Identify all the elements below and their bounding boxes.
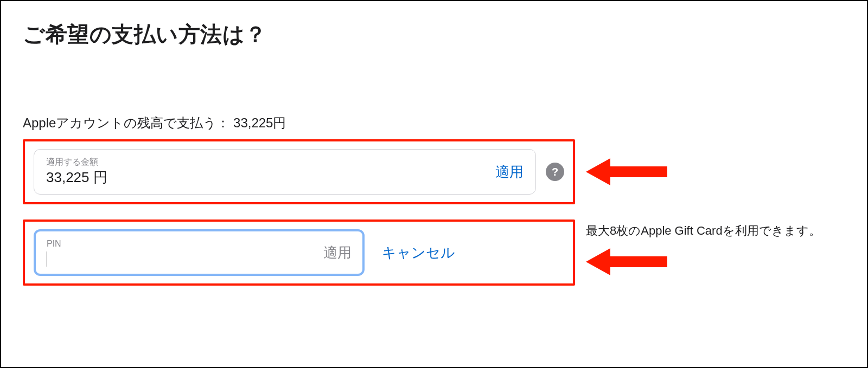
pin-row: PIN 適用 キャンセル 最大8枚のApple Gift Cardを利用できます… [23, 219, 845, 286]
amount-value: 33,225 円 [46, 168, 486, 187]
help-icon[interactable]: ? [546, 163, 564, 181]
apply-pin-button[interactable]: 適用 [314, 243, 352, 262]
annotation-arrow-icon [586, 156, 667, 188]
pin-floating-label: PIN [47, 238, 314, 249]
annotation-arrow-icon [586, 246, 667, 278]
amount-floating-label: 適用する金額 [46, 157, 486, 167]
annotation-highlight-amount: 適用する金額 33,225 円 適用 ? [23, 139, 575, 204]
apple-account-balance-label: Appleアカウントの残高で支払う： 33,225円 [23, 114, 845, 132]
amount-input-card[interactable]: 適用する金額 33,225 円 適用 [34, 149, 536, 195]
svg-marker-0 [586, 158, 667, 185]
gift-card-note: 最大8枚のApple Gift Cardを利用できます。 [586, 219, 821, 239]
annotation-highlight-pin: PIN 適用 キャンセル [23, 219, 575, 286]
cancel-pin-button[interactable]: キャンセル [382, 243, 455, 262]
page-title: ご希望の支払い方法は？ [23, 20, 845, 49]
text-cursor [47, 251, 47, 267]
pin-input-card[interactable]: PIN 適用 [34, 229, 365, 276]
svg-marker-1 [586, 248, 667, 275]
apply-amount-button[interactable]: 適用 [486, 163, 524, 182]
payment-method-page: ご希望の支払い方法は？ Appleアカウントの残高で支払う： 33,225円 適… [0, 0, 868, 368]
amount-row: 適用する金額 33,225 円 適用 ? [23, 139, 845, 204]
